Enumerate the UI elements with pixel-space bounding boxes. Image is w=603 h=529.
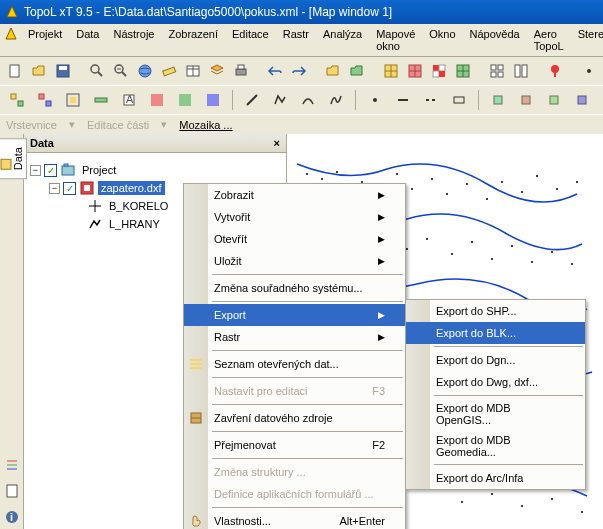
export-mdb-opengis[interactable]: Export do MDB OpenGIS...: [406, 398, 585, 430]
menu-analyza[interactable]: Analýza: [317, 26, 368, 54]
svg-point-111: [511, 245, 513, 247]
svg-point-155: [521, 505, 523, 507]
open-icon[interactable]: [30, 60, 48, 82]
tb2-rect-icon[interactable]: [448, 89, 470, 111]
menu-ulozit[interactable]: Uložit▶: [184, 250, 405, 272]
marker-icon[interactable]: [546, 60, 564, 82]
side-page-icon[interactable]: [2, 481, 22, 501]
sec-mozaika[interactable]: Mozaika ...: [179, 119, 232, 131]
menu-vlastnosti[interactable]: Vlastnosti...Alt+Enter: [184, 510, 405, 529]
menu-editace[interactable]: Editace: [226, 26, 275, 54]
point1-icon[interactable]: [580, 60, 598, 82]
svg-rect-2: [59, 66, 67, 70]
tb2-s2-icon[interactable]: [515, 89, 537, 111]
data-tab[interactable]: Data: [0, 138, 27, 179]
svg-rect-24: [439, 71, 445, 77]
menu-separator: [212, 350, 403, 351]
export-shp[interactable]: Export do SHP...: [406, 300, 585, 322]
group2-icon[interactable]: [512, 60, 530, 82]
ruler-icon[interactable]: [160, 60, 178, 82]
tb2-s3-icon[interactable]: [543, 89, 565, 111]
menu-vytvorit[interactable]: Vytvořit▶: [184, 206, 405, 228]
export-mdb-geomedia[interactable]: Export do MDB Geomedia...: [406, 430, 585, 462]
tb2-s1-icon[interactable]: [487, 89, 509, 111]
menu-okno[interactable]: Okno: [423, 26, 461, 54]
menu-zmena-souradneho[interactable]: Změna souřadného systému...: [184, 277, 405, 299]
tree-collapse-icon[interactable]: −: [49, 183, 60, 194]
menu-nastavit: Nastavit pro editaciF3: [184, 380, 405, 402]
zoom-icon[interactable]: [88, 60, 106, 82]
svg-point-110: [491, 258, 493, 260]
grid-yellow-icon[interactable]: [382, 60, 400, 82]
svg-point-107: [426, 238, 428, 240]
menu-nastroje[interactable]: Nástroje: [108, 26, 161, 54]
tb2-10-icon[interactable]: [269, 89, 291, 111]
menu-zobrazit[interactable]: Zobrazit▶: [184, 184, 405, 206]
svg-point-94: [466, 183, 468, 185]
menu-zavreni[interactable]: Zavření datového zdroje: [184, 407, 405, 429]
undo-icon[interactable]: [266, 60, 284, 82]
tb2-12-icon[interactable]: [325, 89, 347, 111]
side-list-icon[interactable]: [2, 455, 22, 475]
menu-export[interactable]: Export▶: [184, 304, 405, 326]
grid-green-icon[interactable]: [454, 60, 472, 82]
tree-checkbox[interactable]: ✓: [63, 182, 76, 195]
menu-aero-topol[interactable]: Aero TopoL: [528, 26, 570, 54]
save-icon[interactable]: [54, 60, 72, 82]
menu-otevrit[interactable]: Otevřít▶: [184, 228, 405, 250]
menu-rastr[interactable]: Rastr: [277, 26, 315, 54]
tb2-2-icon[interactable]: [34, 89, 56, 111]
menu-napoveda[interactable]: Nápověda: [464, 26, 526, 54]
menu-stere[interactable]: Stere: [572, 26, 603, 54]
tb2-s4-icon[interactable]: [571, 89, 593, 111]
menu-mapove-okno[interactable]: Mapové okno: [370, 26, 421, 54]
folder2-icon[interactable]: [348, 60, 366, 82]
panel-close-icon[interactable]: ×: [274, 137, 280, 149]
tree-project[interactable]: − ✓ Project: [30, 161, 280, 179]
tb2-1-icon[interactable]: [6, 89, 28, 111]
tb2-dot-icon[interactable]: [364, 89, 386, 111]
tb2-5-icon[interactable]: A: [118, 89, 140, 111]
tb2-9-icon[interactable]: [241, 89, 263, 111]
tb2-11-icon[interactable]: [297, 89, 319, 111]
zoom-out-icon[interactable]: [112, 60, 130, 82]
redo-icon[interactable]: [290, 60, 308, 82]
menu-data[interactable]: Data: [70, 26, 105, 54]
tree-collapse-icon[interactable]: −: [30, 165, 41, 176]
menu-rastr[interactable]: Rastr▶: [184, 326, 405, 348]
svg-rect-64: [454, 97, 464, 103]
tb2-line3-icon[interactable]: [420, 89, 442, 111]
menu-prejmenovat[interactable]: PřejmenovatF2: [184, 434, 405, 456]
grid-flag-icon[interactable]: [430, 60, 448, 82]
globe-icon[interactable]: [136, 60, 154, 82]
menu-projekt[interactable]: Projekt: [22, 26, 68, 54]
tb2-line2-icon[interactable]: [392, 89, 414, 111]
tb2-7-icon[interactable]: [174, 89, 196, 111]
export-dwg[interactable]: Export do Dwg, dxf...: [406, 371, 585, 393]
tb2-6-icon[interactable]: [146, 89, 168, 111]
tb2-4-icon[interactable]: [90, 89, 112, 111]
export-arcinfa[interactable]: Export do Arc/Infa: [406, 467, 585, 489]
svg-point-90: [396, 173, 398, 175]
menu-seznam[interactable]: Seznam otevřených dat...: [184, 353, 405, 375]
svg-rect-65: [494, 96, 502, 104]
folder1-icon[interactable]: [324, 60, 342, 82]
svg-rect-31: [498, 72, 503, 77]
tree-checkbox[interactable]: ✓: [44, 164, 57, 177]
svg-rect-67: [550, 96, 558, 104]
svg-point-154: [491, 493, 493, 495]
tb2-8-icon[interactable]: [202, 89, 224, 111]
menu-zmena-struktury: Změna struktury ...: [184, 461, 405, 483]
export-blk[interactable]: Export do BLK...: [406, 322, 585, 344]
menu-zobrazeni[interactable]: Zobrazení: [162, 26, 224, 54]
tb2-3-icon[interactable]: [62, 89, 84, 111]
new-icon[interactable]: [6, 60, 24, 82]
table-icon[interactable]: [184, 60, 202, 82]
print-icon[interactable]: [232, 60, 250, 82]
side-info-icon[interactable]: i: [2, 507, 22, 527]
svg-rect-59: [207, 94, 219, 106]
grid-red-icon[interactable]: [406, 60, 424, 82]
export-dgn[interactable]: Export do Dgn...: [406, 349, 585, 371]
layers-icon[interactable]: [208, 60, 226, 82]
group1-icon[interactable]: [488, 60, 506, 82]
